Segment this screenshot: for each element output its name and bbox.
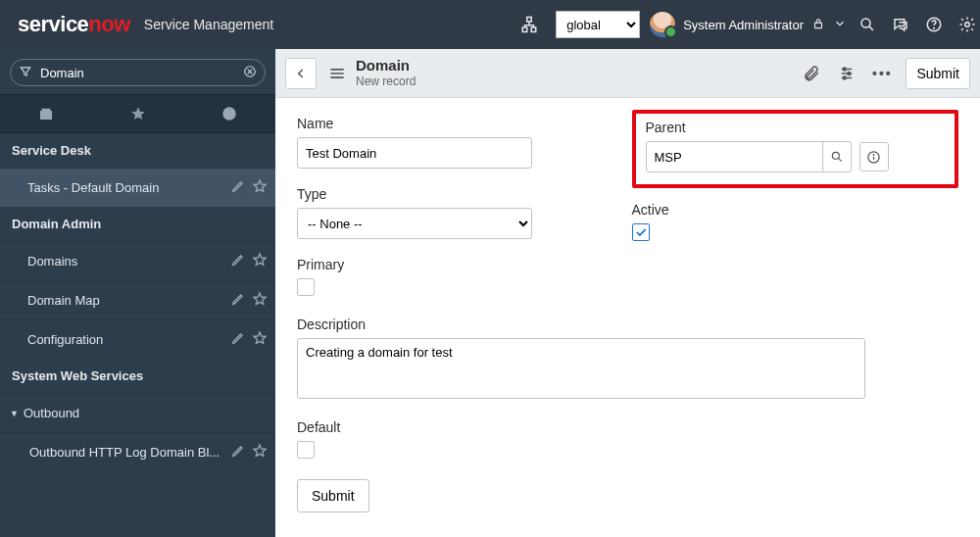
chat-icon[interactable] [890,14,911,35]
nav-item-tasks[interactable]: Tasks - Default Domain [0,168,275,207]
edit-icon[interactable] [230,291,246,310]
gear-icon[interactable] [956,14,978,35]
svg-rect-3 [815,23,822,27]
default-checkbox[interactable] [297,441,315,459]
caret-down-icon [833,17,847,33]
nav-filter-text: Domain [32,66,243,80]
nav-item-label: Outbound HTTP Log Domain Bl... [29,445,230,460]
nav-item-configuration[interactable]: Configuration [0,319,275,359]
nav-item-label: Outbound [18,406,268,420]
nav-item-outbound-log[interactable]: Outbound HTTP Log Domain Bl... [0,432,275,471]
nav-item-label: Domain Map [27,293,230,308]
nav-item-outbound[interactable]: Outbound [0,393,275,432]
star-icon[interactable] [252,291,268,310]
left-nav: Domain Service Desk Tasks - Default Doma… [0,49,275,537]
user-menu[interactable]: System Administrator [650,12,847,37]
nav-item-label: Tasks - Default Domain [27,180,230,195]
parent-label: Parent [646,120,946,135]
svg-point-15 [832,152,839,159]
form-body: Name Type -- None -- Primary [275,98,980,537]
top-banner: servicenow Service Management global Sys… [0,0,980,49]
personalize-icon[interactable] [833,60,860,87]
type-label: Type [297,186,624,202]
name-input[interactable] [297,137,532,169]
back-button[interactable] [285,58,317,89]
star-icon[interactable] [252,252,268,270]
logo-text-2: now [88,12,130,36]
svg-rect-0 [527,18,532,23]
attachment-icon[interactable] [798,60,825,87]
submit-button-header[interactable]: Submit [906,58,970,89]
name-label: Name [297,116,624,131]
edit-icon[interactable] [230,252,246,270]
nav-filter[interactable]: Domain [10,59,266,86]
logo-text-1: service [18,12,88,36]
svg-rect-2 [531,27,536,32]
description-textarea[interactable] [297,338,865,399]
svg-point-14 [844,76,847,79]
svg-rect-1 [522,27,527,32]
svg-rect-9 [40,111,52,120]
nav-tab-all[interactable] [0,95,92,132]
nav-item-label: Domains [27,254,230,268]
default-label: Default [297,419,958,435]
lookup-icon[interactable] [822,141,852,172]
svg-point-17 [873,154,874,155]
type-select[interactable]: -- None -- [297,208,532,239]
content-pane: Domain New record ••• Submit Name Type [275,49,980,537]
edit-icon[interactable] [230,330,246,349]
help-icon[interactable] [923,14,945,35]
lock-icon [811,17,825,33]
nav-item-domains[interactable]: Domains [0,241,275,280]
active-label: Active [632,202,959,218]
star-icon[interactable] [252,443,268,462]
star-icon[interactable] [252,330,268,349]
submit-button[interactable]: Submit [297,479,369,513]
filter-clear-icon[interactable] [243,65,257,81]
edit-icon[interactable] [230,443,246,462]
nav-section-service-desk: Service Desk [0,133,275,168]
form-header: Domain New record ••• Submit [275,49,980,98]
svg-point-13 [848,72,851,74]
nav-section-domain-admin: Domain Admin [0,207,275,241]
record-title: Domain [356,57,416,74]
primary-checkbox[interactable] [297,278,315,296]
edit-icon[interactable] [230,178,246,197]
user-name: System Administrator [683,18,804,32]
more-actions-icon[interactable]: ••• [868,60,896,87]
nav-tab-history[interactable] [183,95,275,132]
nav-item-label: Configuration [27,332,230,347]
svg-point-6 [934,27,935,28]
parent-highlight: Parent [632,110,959,188]
nav-section-web-services: System Web Services [0,359,275,393]
primary-label: Primary [297,257,624,272]
context-menu-icon[interactable] [324,64,350,83]
logo: servicenow [0,12,144,37]
app-title: Service Management [144,17,273,32]
avatar [650,12,675,37]
description-label: Description [297,317,958,332]
domain-scope-icon[interactable] [518,14,540,35]
parent-input[interactable] [646,141,852,172]
filter-icon [19,65,32,81]
nav-tab-favorites[interactable] [92,95,184,132]
scope-select[interactable]: global [556,11,640,38]
star-icon[interactable] [252,178,268,197]
svg-point-7 [965,23,970,27]
info-icon[interactable] [859,142,889,171]
search-icon[interactable] [857,14,878,35]
svg-point-4 [861,19,870,27]
svg-rect-10 [41,109,50,111]
nav-tabs [0,94,275,133]
nav-item-domain-map[interactable]: Domain Map [0,280,275,319]
svg-point-12 [844,68,847,71]
record-subtitle: New record [356,74,416,88]
active-checkbox[interactable] [632,223,650,241]
